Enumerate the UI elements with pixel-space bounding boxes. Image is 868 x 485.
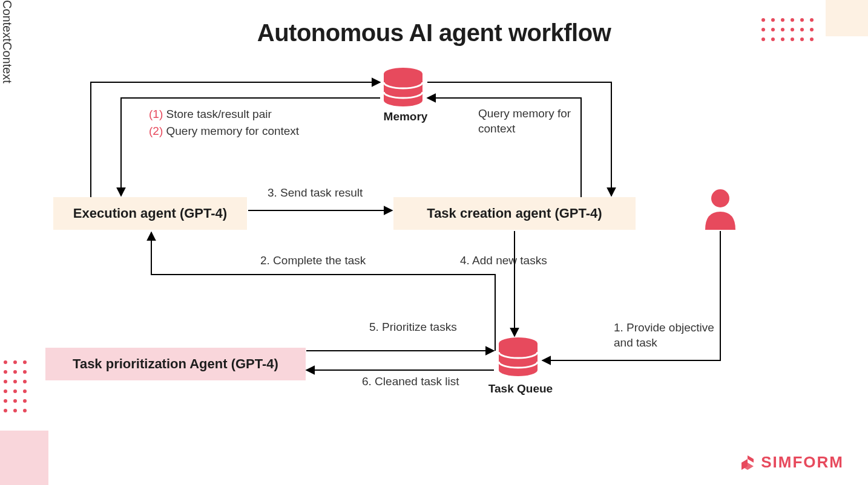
store-pair-text: Store task/result pair (166, 108, 272, 120)
deco-dots-bottom-left (4, 360, 27, 412)
step6-label: 6. Cleaned task list (362, 375, 459, 388)
query-context-left-text: Query memory for context (166, 125, 300, 137)
step2-label: 2. Complete the task (260, 254, 366, 267)
step1-label: 1. Provide objective and task (614, 321, 714, 350)
store-pair-label: (1) Store task/result pair (149, 108, 272, 121)
svg-point-6 (711, 189, 729, 207)
context-right-label: Context (0, 42, 14, 83)
step3-label: 3. Send task result (268, 186, 363, 200)
user-icon (702, 187, 738, 230)
execution-agent-node: Execution agent (GPT-4) (53, 197, 247, 230)
step5-label: 5. Prioritize tasks (369, 321, 457, 334)
memory-label: Memory (381, 110, 430, 123)
brand-logo: SIMFORM (739, 453, 844, 472)
task-prioritization-agent-node: Task prioritization Agent (GPT-4) (45, 348, 306, 380)
store-pair-num: (1) (149, 108, 163, 120)
task-creation-agent-node: Task creation agent (GPT-4) (393, 197, 636, 230)
brand-logo-icon (739, 454, 756, 471)
query-context-left-label: (2) Query memory for context (149, 125, 299, 138)
diagram-arrows (0, 0, 868, 485)
task-queue-db-icon (496, 337, 540, 376)
deco-pink-bottom-left (0, 431, 48, 485)
diagram-title: Autonomous AI agent workflow (0, 19, 868, 47)
brand-name: SIMFORM (761, 453, 844, 472)
step4-label: 4. Add new tasks (460, 254, 547, 267)
task-queue-label: Task Queue (484, 382, 557, 395)
query-context-right-label: Query memory for context (478, 106, 571, 136)
memory-db-icon (381, 68, 425, 106)
query-context-num: (2) (149, 125, 163, 137)
